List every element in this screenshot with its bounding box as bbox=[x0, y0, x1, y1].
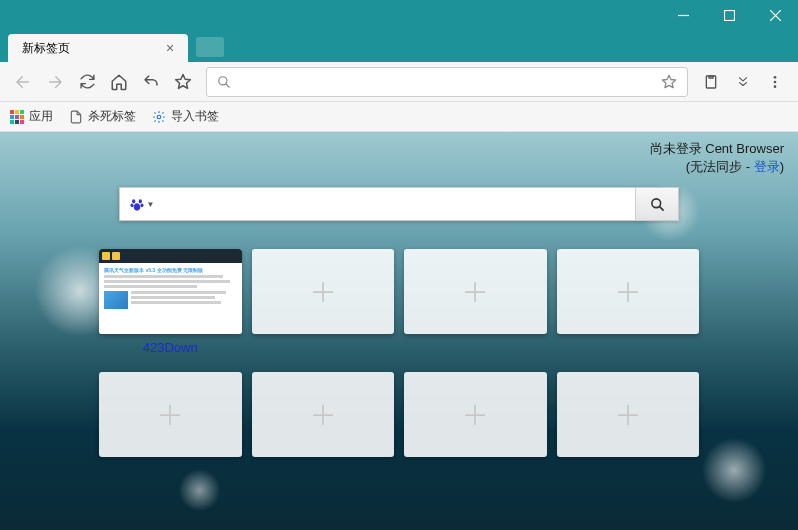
svg-point-10 bbox=[140, 203, 143, 207]
login-line2: (无法同步 - 登录) bbox=[650, 158, 784, 176]
url-bar[interactable] bbox=[206, 67, 688, 97]
chevron-down-icon: ▼ bbox=[147, 200, 155, 209]
undo-button[interactable] bbox=[136, 67, 166, 97]
search-icon bbox=[217, 75, 231, 89]
new-tab-button[interactable] bbox=[196, 37, 224, 57]
tile-add[interactable] bbox=[252, 249, 395, 334]
kill-tabs-bookmark[interactable]: 杀死标签 bbox=[69, 108, 136, 125]
file-icon bbox=[69, 110, 83, 124]
svg-point-6 bbox=[157, 115, 161, 119]
search-engine-picker[interactable]: ▼ bbox=[119, 187, 163, 221]
apps-label: 应用 bbox=[29, 108, 53, 125]
kill-tabs-label: 杀死标签 bbox=[88, 108, 136, 125]
search-box: ▼ bbox=[119, 187, 679, 221]
tile-label bbox=[252, 463, 395, 479]
baidu-icon bbox=[129, 196, 145, 212]
tile-add[interactable] bbox=[404, 372, 547, 457]
tile-label bbox=[557, 463, 700, 479]
tile-3[interactable] bbox=[557, 249, 700, 356]
gear-icon bbox=[152, 110, 166, 124]
tile-5[interactable] bbox=[252, 372, 395, 479]
tile-label: 423Down bbox=[99, 340, 242, 356]
tile-add[interactable] bbox=[252, 372, 395, 457]
chevrons-down-icon bbox=[736, 75, 750, 89]
back-button[interactable] bbox=[8, 67, 38, 97]
apps-grid-icon bbox=[10, 110, 24, 124]
login-link[interactable]: 登录 bbox=[754, 159, 780, 174]
speed-dial-grid: 腾讯天气全新版本 v5.3 全功能免费 无限制版 423Down bbox=[99, 249, 699, 479]
svg-point-8 bbox=[138, 199, 141, 203]
url-input[interactable] bbox=[239, 74, 653, 89]
home-button[interactable] bbox=[104, 67, 134, 97]
login-line1: 尚未登录 Cent Browser bbox=[650, 140, 784, 158]
minimize-icon bbox=[678, 10, 689, 21]
tabs-bar: 新标签页 × bbox=[0, 30, 798, 62]
maximize-icon bbox=[724, 10, 735, 21]
search-input[interactable] bbox=[163, 187, 635, 221]
plus-icon bbox=[156, 401, 184, 429]
more-chevrons-button[interactable] bbox=[728, 67, 758, 97]
nav-toolbar bbox=[0, 62, 798, 102]
tab-title: 新标签页 bbox=[22, 40, 70, 57]
tile-1[interactable] bbox=[252, 249, 395, 356]
undo-icon bbox=[142, 73, 160, 91]
menu-button[interactable] bbox=[760, 67, 790, 97]
search-icon bbox=[650, 197, 665, 212]
import-label: 导入书签 bbox=[171, 108, 219, 125]
tile-label bbox=[99, 463, 242, 479]
apps-bookmark[interactable]: 应用 bbox=[10, 108, 53, 125]
svg-rect-0 bbox=[724, 10, 734, 20]
tab-close-button[interactable]: × bbox=[162, 40, 178, 56]
tile-label bbox=[557, 340, 700, 356]
forward-button[interactable] bbox=[40, 67, 70, 97]
site-preview: 腾讯天气全新版本 v5.3 全功能免费 无限制版 bbox=[99, 249, 242, 334]
tile-2[interactable] bbox=[404, 249, 547, 356]
tile-0[interactable]: 腾讯天气全新版本 v5.3 全功能免费 无限制版 423Down bbox=[99, 249, 242, 356]
plus-icon bbox=[461, 278, 489, 306]
window-close-button[interactable] bbox=[752, 0, 798, 30]
browser-tab[interactable]: 新标签页 × bbox=[8, 34, 188, 62]
window-minimize-button[interactable] bbox=[660, 0, 706, 30]
svg-point-4 bbox=[774, 80, 777, 83]
svg-point-9 bbox=[130, 203, 133, 207]
plus-icon bbox=[309, 401, 337, 429]
tile-4[interactable] bbox=[99, 372, 242, 479]
bookmark-star-button[interactable] bbox=[168, 67, 198, 97]
bookmarks-bar: 应用 杀死标签 导入书签 bbox=[0, 102, 798, 132]
clipboard-button[interactable] bbox=[696, 67, 726, 97]
plus-icon bbox=[461, 401, 489, 429]
reload-icon bbox=[79, 73, 96, 90]
tile-add[interactable] bbox=[557, 249, 700, 334]
reload-button[interactable] bbox=[72, 67, 102, 97]
clipboard-icon bbox=[703, 74, 719, 90]
close-icon bbox=[770, 10, 781, 21]
back-arrow-icon bbox=[14, 73, 32, 91]
tile-label bbox=[404, 340, 547, 356]
star-icon bbox=[174, 73, 192, 91]
tile-add[interactable] bbox=[404, 249, 547, 334]
new-tab-page: 尚未登录 Cent Browser (无法同步 - 登录) ▼ 腾讯天气全新版本… bbox=[0, 132, 798, 530]
tile-add[interactable] bbox=[99, 372, 242, 457]
tile-7[interactable] bbox=[557, 372, 700, 479]
tile-label bbox=[404, 463, 547, 479]
login-status: 尚未登录 Cent Browser (无法同步 - 登录) bbox=[650, 140, 784, 176]
tile-thumb[interactable]: 腾讯天气全新版本 v5.3 全功能免费 无限制版 bbox=[99, 249, 242, 334]
window-maximize-button[interactable] bbox=[706, 0, 752, 30]
plus-icon bbox=[614, 278, 642, 306]
tile-add[interactable] bbox=[557, 372, 700, 457]
home-icon bbox=[110, 73, 128, 91]
bookmark-outline-icon[interactable] bbox=[661, 74, 677, 90]
tile-6[interactable] bbox=[404, 372, 547, 479]
kebab-menu-icon bbox=[767, 74, 783, 90]
svg-point-5 bbox=[774, 85, 777, 88]
plus-icon bbox=[309, 278, 337, 306]
search-button[interactable] bbox=[635, 187, 679, 221]
plus-icon bbox=[614, 401, 642, 429]
svg-point-3 bbox=[774, 76, 777, 79]
tile-label bbox=[252, 340, 395, 356]
forward-arrow-icon bbox=[46, 73, 64, 91]
svg-point-7 bbox=[132, 199, 135, 203]
import-bookmarks-link[interactable]: 导入书签 bbox=[152, 108, 219, 125]
window-titlebar bbox=[0, 0, 798, 30]
